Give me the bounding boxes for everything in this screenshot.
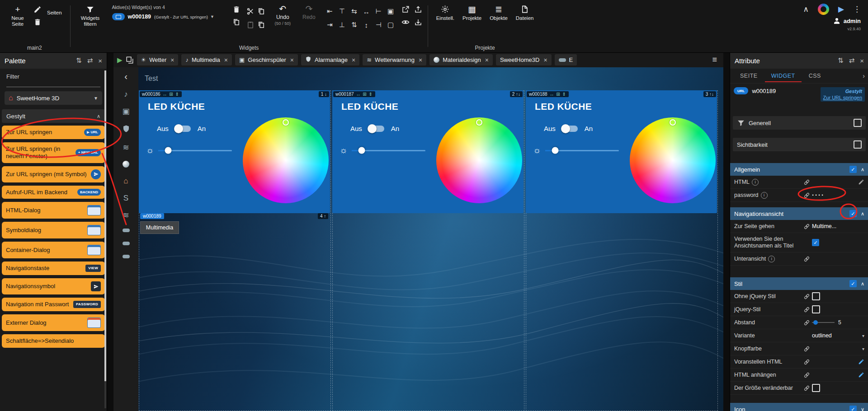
palette-item-url[interactable]: Zur URL springen ▶URL <box>2 126 105 139</box>
user-menu[interactable]: admin <box>833 17 861 25</box>
brightness-slider[interactable] <box>352 150 425 151</box>
palette-item-container-dialog[interactable]: Container-Dialog <box>2 242 105 258</box>
view-icon-multimedia[interactable]: ♪ <box>124 90 128 98</box>
power-toggle[interactable] <box>562 126 578 132</box>
allgemein-checkbox[interactable]: ✓ <box>849 166 857 173</box>
same-height-icon[interactable]: ↕ <box>364 21 368 29</box>
link-icon[interactable] <box>801 372 812 378</box>
link-icon[interactable] <box>801 346 812 352</box>
clone-widget-icon[interactable] <box>232 18 241 26</box>
swap-panel-icon[interactable]: ⇄ <box>849 56 855 65</box>
widget-led-kueche-2[interactable]: w000187↔ ⊞ ⇕ 2 ↑↓ LED KÜCHE Aus An ☼ <box>332 90 524 213</box>
section-generell[interactable]: Generell <box>733 116 866 130</box>
delete-page-icon[interactable] <box>33 18 42 26</box>
close-tab-icon[interactable]: × <box>224 56 228 64</box>
import-widgets-icon[interactable] <box>414 18 422 26</box>
duplicate-icon[interactable] <box>257 21 265 29</box>
align-right-icon[interactable]: ⇥ <box>327 21 333 29</box>
palette-item-url-new-window[interactable]: Zur URL springen (in neuem Fenster) + NE… <box>2 142 105 163</box>
files-button[interactable]: Dateien <box>513 4 537 23</box>
info-icon[interactable]: i <box>752 179 759 186</box>
view-icon-alarmanlage[interactable] <box>122 125 130 134</box>
close-tab-icon[interactable]: × <box>352 56 355 64</box>
chevron-right-icon[interactable]: › <box>863 72 865 79</box>
icon-section-checkbox[interactable]: ✓ <box>849 406 857 411</box>
close-palette-icon[interactable]: × <box>98 57 102 65</box>
edit-pages-icon[interactable] <box>33 5 42 14</box>
power-toggle[interactable] <box>369 126 384 132</box>
view-icon-pill2[interactable] <box>123 242 130 245</box>
view-icon-materialdesign[interactable] <box>123 161 129 168</box>
view-tab-geschirrspueler[interactable]: ▣ Geschirrspüler × <box>235 54 298 65</box>
view-tab-cut[interactable]: E <box>555 54 577 65</box>
close-tab-icon[interactable]: × <box>485 56 489 64</box>
unfold-icon[interactable]: ⇅ <box>76 56 82 65</box>
new-page-button[interactable]: + Neue Seite <box>5 4 31 28</box>
edit-prepend-html-icon[interactable] <box>858 359 864 365</box>
selected-widget-type-dropdown[interactable]: (Gestylt - Zur URL springen) ▼ <box>154 14 214 19</box>
align-left-icon[interactable]: ⇤ <box>327 7 333 15</box>
caret-down-icon[interactable]: ▾ <box>862 346 864 351</box>
color-wheel[interactable] <box>243 117 329 203</box>
close-tab-icon[interactable]: × <box>419 56 422 64</box>
widget-set-select[interactable]: ⌂ SweetHome 3D ▼ <box>5 91 102 105</box>
view-tab-materialdesign[interactable]: Materialdesign × <box>429 54 493 65</box>
view-tab-wetterwarnung[interactable]: ≋ Wetterwarnung × <box>363 54 426 65</box>
show-widget-icon[interactable] <box>401 18 410 26</box>
palette-group-gestylt[interactable]: Gestylt ∧ <box>2 109 105 123</box>
redo-button[interactable]: ↷ Redo <box>299 4 319 21</box>
projects-button[interactable]: ▦ Projekte <box>460 4 484 23</box>
collapse-toolbar-icon[interactable]: ∧ <box>803 5 808 14</box>
widget-filter-field[interactable]: Filter <box>0 69 107 87</box>
info-icon[interactable]: i <box>768 256 775 262</box>
collapse-strip-icon[interactable]: ‹ <box>124 72 127 81</box>
view-icon-sweethome3d[interactable]: ⌂ <box>123 177 128 185</box>
chevron-up-icon[interactable]: ∧ <box>861 211 864 217</box>
no-jquery-checkbox[interactable] <box>812 292 820 300</box>
align-bottom-icon[interactable]: ⊥ <box>339 21 345 29</box>
copy-size-icon[interactable]: ▣ <box>387 7 394 15</box>
link-icon[interactable] <box>801 359 812 365</box>
widget-order-badge[interactable]: 3 ↑↓ <box>703 91 716 97</box>
layers-icon[interactable] <box>126 56 134 64</box>
password-value[interactable]: ···· <box>812 193 825 197</box>
generell-checkbox[interactable] <box>854 119 862 127</box>
view-tab-multimedia[interactable]: ♪ Multimedia × <box>181 54 232 65</box>
nav-section-checkbox[interactable]: ✓ <box>849 210 857 217</box>
power-toggle[interactable] <box>175 126 191 132</box>
align-edge-icon[interactable]: ⊢ <box>376 7 382 15</box>
view-tab-alarmanlage[interactable]: Alarmanlage × <box>301 54 359 65</box>
sichtbarkeit-checkbox[interactable] <box>854 140 862 149</box>
chevron-up-icon[interactable]: ∧ <box>861 281 864 287</box>
tab-css[interactable]: CSS <box>802 70 827 82</box>
section-sichtbarkeit[interactable]: Sichtbarkeit <box>733 138 866 151</box>
color-wheel-handle[interactable] <box>476 119 482 126</box>
close-tab-icon[interactable]: × <box>290 56 294 64</box>
section-allgemein[interactable]: Allgemein ✓ ∧ <box>730 163 868 176</box>
swap-panel-icon[interactable]: ⇄ <box>87 56 93 65</box>
color-wheel[interactable] <box>436 117 522 203</box>
widget-type-info[interactable]: Gestylt Zur URL springen <box>821 87 865 102</box>
color-wheel[interactable] <box>630 117 716 203</box>
use-view-name-checkbox[interactable]: ✓ <box>812 239 819 246</box>
view-icon-pill1[interactable] <box>123 229 130 232</box>
color-wheel-handle[interactable] <box>283 119 289 126</box>
paste-size-icon[interactable]: ▢ <box>387 21 394 29</box>
tab-widget[interactable]: WIDGET <box>765 70 802 82</box>
edit-html-icon[interactable] <box>858 179 864 185</box>
widget-order-badge[interactable]: 2 ↑↓ <box>510 91 523 97</box>
export-widgets-icon[interactable] <box>414 5 422 14</box>
stil-section-checkbox[interactable]: ✓ <box>849 280 857 287</box>
filter-widgets-button[interactable]: Widgets filtern <box>76 4 105 28</box>
brightness-slider[interactable] <box>158 150 232 151</box>
palette-item-nav-button[interactable]: Navigationstaste VIEW <box>2 262 105 275</box>
link-icon[interactable] <box>801 319 812 326</box>
section-stil[interactable]: Stil ✓ ∧ <box>730 277 868 290</box>
run-project-icon[interactable]: ▶ <box>838 5 844 14</box>
view-tab-wetter[interactable]: ☀ Wetter × <box>137 54 179 65</box>
palette-item-backend-url[interactable]: Aufruf-URL im Backend BACKEND <box>2 186 105 199</box>
distribute-vertical-icon[interactable]: ⇅ <box>351 21 357 29</box>
edit-append-html-icon[interactable] <box>858 372 864 378</box>
section-icon[interactable]: Icon ✓ ∨ <box>730 403 868 411</box>
brightness-slider[interactable] <box>545 150 619 151</box>
